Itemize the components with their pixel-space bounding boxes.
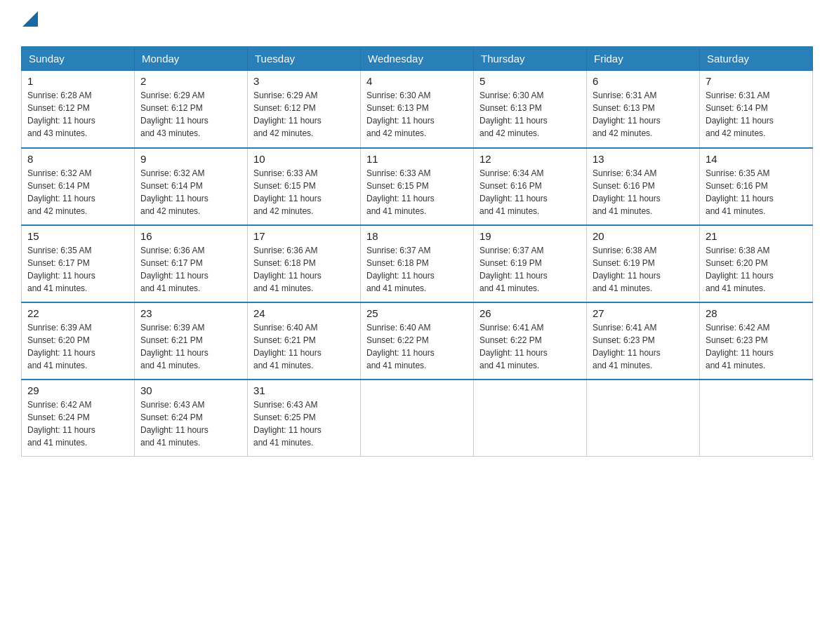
logo-triangle-icon [22, 11, 38, 27]
day-number: 19 [479, 230, 581, 242]
calendar-cell [700, 380, 813, 457]
calendar-cell: 22 Sunrise: 6:39 AM Sunset: 6:20 PM Dayl… [22, 302, 135, 380]
calendar-week-row: 15 Sunrise: 6:35 AM Sunset: 6:17 PM Dayl… [22, 225, 813, 302]
calendar-cell: 29 Sunrise: 6:42 AM Sunset: 6:24 PM Dayl… [22, 380, 135, 457]
day-info: Sunrise: 6:38 AM Sunset: 6:19 PM Dayligh… [593, 244, 694, 295]
calendar-cell [587, 380, 700, 457]
calendar-cell: 20 Sunrise: 6:38 AM Sunset: 6:19 PM Dayl… [587, 225, 700, 302]
calendar-cell: 13 Sunrise: 6:34 AM Sunset: 6:16 PM Dayl… [587, 148, 700, 225]
day-number: 8 [27, 153, 128, 165]
calendar-cell: 27 Sunrise: 6:41 AM Sunset: 6:23 PM Dayl… [587, 302, 700, 380]
day-info: Sunrise: 6:30 AM Sunset: 6:13 PM Dayligh… [366, 89, 468, 140]
day-number: 2 [140, 75, 241, 87]
day-info: Sunrise: 6:41 AM Sunset: 6:23 PM Dayligh… [593, 321, 694, 372]
calendar-cell: 25 Sunrise: 6:40 AM Sunset: 6:22 PM Dayl… [361, 302, 474, 380]
day-number: 29 [27, 384, 128, 396]
calendar-cell: 2 Sunrise: 6:29 AM Sunset: 6:12 PM Dayli… [135, 71, 248, 148]
page-header [21, 14, 813, 32]
calendar-week-row: 8 Sunrise: 6:32 AM Sunset: 6:14 PM Dayli… [22, 148, 813, 225]
col-header-wednesday: Wednesday [361, 47, 474, 71]
col-header-saturday: Saturday [700, 47, 813, 71]
calendar-week-row: 22 Sunrise: 6:39 AM Sunset: 6:20 PM Dayl… [22, 302, 813, 380]
calendar-cell: 11 Sunrise: 6:33 AM Sunset: 6:15 PM Dayl… [361, 148, 474, 225]
calendar-cell [361, 380, 474, 457]
calendar-cell [474, 380, 587, 457]
day-info: Sunrise: 6:29 AM Sunset: 6:12 PM Dayligh… [140, 89, 241, 140]
day-number: 15 [27, 230, 128, 242]
day-number: 18 [366, 230, 468, 242]
day-info: Sunrise: 6:34 AM Sunset: 6:16 PM Dayligh… [479, 167, 581, 217]
day-info: Sunrise: 6:28 AM Sunset: 6:12 PM Dayligh… [27, 89, 128, 140]
day-info: Sunrise: 6:37 AM Sunset: 6:18 PM Dayligh… [366, 244, 468, 295]
day-info: Sunrise: 6:31 AM Sunset: 6:13 PM Dayligh… [593, 89, 694, 140]
day-info: Sunrise: 6:43 AM Sunset: 6:24 PM Dayligh… [140, 398, 241, 449]
calendar-cell: 9 Sunrise: 6:32 AM Sunset: 6:14 PM Dayli… [135, 148, 248, 225]
day-info: Sunrise: 6:40 AM Sunset: 6:22 PM Dayligh… [366, 321, 468, 372]
day-info: Sunrise: 6:39 AM Sunset: 6:21 PM Dayligh… [140, 321, 241, 372]
day-number: 25 [366, 307, 468, 319]
calendar-cell: 1 Sunrise: 6:28 AM Sunset: 6:12 PM Dayli… [22, 71, 135, 148]
day-info: Sunrise: 6:33 AM Sunset: 6:15 PM Dayligh… [253, 167, 355, 217]
day-number: 21 [706, 230, 807, 242]
calendar-cell: 26 Sunrise: 6:41 AM Sunset: 6:22 PM Dayl… [474, 302, 587, 380]
calendar-cell: 5 Sunrise: 6:30 AM Sunset: 6:13 PM Dayli… [474, 71, 587, 148]
col-header-monday: Monday [135, 47, 248, 71]
day-info: Sunrise: 6:30 AM Sunset: 6:13 PM Dayligh… [479, 89, 581, 140]
col-header-friday: Friday [587, 47, 700, 71]
day-info: Sunrise: 6:40 AM Sunset: 6:21 PM Dayligh… [253, 321, 355, 372]
day-number: 4 [366, 75, 468, 87]
day-info: Sunrise: 6:32 AM Sunset: 6:14 PM Dayligh… [140, 167, 241, 217]
day-number: 3 [253, 75, 355, 87]
day-info: Sunrise: 6:33 AM Sunset: 6:15 PM Dayligh… [366, 167, 468, 217]
day-info: Sunrise: 6:31 AM Sunset: 6:14 PM Dayligh… [706, 89, 807, 140]
calendar-cell: 31 Sunrise: 6:43 AM Sunset: 6:25 PM Dayl… [248, 380, 361, 457]
day-info: Sunrise: 6:34 AM Sunset: 6:16 PM Dayligh… [593, 167, 694, 217]
day-number: 27 [593, 307, 694, 319]
calendar-cell: 28 Sunrise: 6:42 AM Sunset: 6:23 PM Dayl… [700, 302, 813, 380]
calendar-cell: 6 Sunrise: 6:31 AM Sunset: 6:13 PM Dayli… [587, 71, 700, 148]
day-number: 14 [706, 153, 807, 165]
calendar-cell: 8 Sunrise: 6:32 AM Sunset: 6:14 PM Dayli… [22, 148, 135, 225]
svg-marker-0 [22, 11, 38, 27]
calendar-cell: 30 Sunrise: 6:43 AM Sunset: 6:24 PM Dayl… [135, 380, 248, 457]
day-number: 28 [706, 307, 807, 319]
calendar-cell: 15 Sunrise: 6:35 AM Sunset: 6:17 PM Dayl… [22, 225, 135, 302]
calendar-cell: 4 Sunrise: 6:30 AM Sunset: 6:13 PM Dayli… [361, 71, 474, 148]
calendar-cell: 21 Sunrise: 6:38 AM Sunset: 6:20 PM Dayl… [700, 225, 813, 302]
day-info: Sunrise: 6:37 AM Sunset: 6:19 PM Dayligh… [479, 244, 581, 295]
day-info: Sunrise: 6:32 AM Sunset: 6:14 PM Dayligh… [27, 167, 128, 217]
calendar-header-row: SundayMondayTuesdayWednesdayThursdayFrid… [22, 47, 813, 71]
day-number: 13 [593, 153, 694, 165]
logo [21, 14, 38, 32]
day-number: 16 [140, 230, 241, 242]
calendar-week-row: 29 Sunrise: 6:42 AM Sunset: 6:24 PM Dayl… [22, 380, 813, 457]
calendar-cell: 7 Sunrise: 6:31 AM Sunset: 6:14 PM Dayli… [700, 71, 813, 148]
day-number: 5 [479, 75, 581, 87]
day-info: Sunrise: 6:36 AM Sunset: 6:17 PM Dayligh… [140, 244, 241, 295]
calendar-cell: 12 Sunrise: 6:34 AM Sunset: 6:16 PM Dayl… [474, 148, 587, 225]
calendar-cell: 23 Sunrise: 6:39 AM Sunset: 6:21 PM Dayl… [135, 302, 248, 380]
day-info: Sunrise: 6:41 AM Sunset: 6:22 PM Dayligh… [479, 321, 581, 372]
day-number: 26 [479, 307, 581, 319]
day-number: 24 [253, 307, 355, 319]
day-number: 31 [253, 384, 355, 396]
day-number: 10 [253, 153, 355, 165]
day-info: Sunrise: 6:35 AM Sunset: 6:16 PM Dayligh… [706, 167, 807, 217]
day-number: 7 [706, 75, 807, 87]
day-info: Sunrise: 6:35 AM Sunset: 6:17 PM Dayligh… [27, 244, 128, 295]
col-header-sunday: Sunday [22, 47, 135, 71]
day-number: 23 [140, 307, 241, 319]
day-info: Sunrise: 6:29 AM Sunset: 6:12 PM Dayligh… [253, 89, 355, 140]
day-number: 22 [27, 307, 128, 319]
calendar-cell: 16 Sunrise: 6:36 AM Sunset: 6:17 PM Dayl… [135, 225, 248, 302]
day-number: 12 [479, 153, 581, 165]
day-info: Sunrise: 6:38 AM Sunset: 6:20 PM Dayligh… [706, 244, 807, 295]
calendar-cell: 3 Sunrise: 6:29 AM Sunset: 6:12 PM Dayli… [248, 71, 361, 148]
col-header-thursday: Thursday [474, 47, 587, 71]
calendar-week-row: 1 Sunrise: 6:28 AM Sunset: 6:12 PM Dayli… [22, 71, 813, 148]
day-number: 1 [27, 75, 128, 87]
calendar-cell: 14 Sunrise: 6:35 AM Sunset: 6:16 PM Dayl… [700, 148, 813, 225]
calendar-cell: 17 Sunrise: 6:36 AM Sunset: 6:18 PM Dayl… [248, 225, 361, 302]
day-number: 30 [140, 384, 241, 396]
day-info: Sunrise: 6:42 AM Sunset: 6:24 PM Dayligh… [27, 398, 128, 449]
